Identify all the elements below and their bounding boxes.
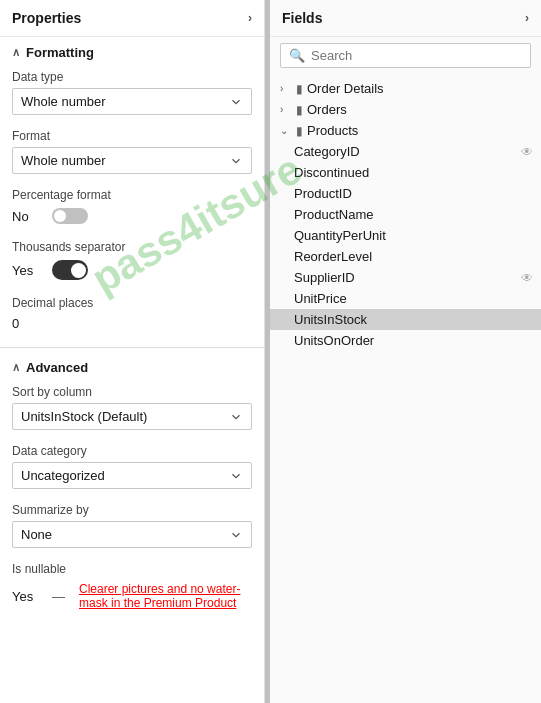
percentage-format-label: Percentage format xyxy=(12,188,252,202)
tree-item-quantityperunit[interactable]: QuantityPerUnit xyxy=(270,225,541,246)
data-category-group: Data category Uncategorized xyxy=(0,440,264,499)
properties-panel: Properties › ∧ Formatting Data type Whol… xyxy=(0,0,265,703)
watermark-link[interactable]: Clearer pictures and no water-mask in th… xyxy=(79,582,252,610)
sort-by-column-group: Sort by column UnitsInStock (Default) xyxy=(0,381,264,440)
properties-title: Properties xyxy=(12,10,81,26)
thousands-separator-label: Thousands separator xyxy=(12,240,252,254)
percentage-toggle[interactable] xyxy=(52,208,88,224)
fields-panel: Fields › 🔍 › ▮ Order Details › ▮ Orders … xyxy=(270,0,541,703)
format-select[interactable]: Whole number xyxy=(12,147,252,174)
percentage-format-group: Percentage format No xyxy=(0,184,264,236)
expand-icon-order-details: › xyxy=(280,83,292,94)
advanced-label: Advanced xyxy=(26,360,88,375)
data-type-select[interactable]: Whole number xyxy=(12,88,252,115)
tree-item-categoryid[interactable]: CategoryID 👁︎ xyxy=(270,141,541,162)
tree-item-products[interactable]: ⌄ ▮ Products xyxy=(270,120,541,141)
tree-item-unitprice[interactable]: UnitPrice xyxy=(270,288,541,309)
properties-header: Properties › xyxy=(0,0,264,37)
tree-item-supplierid[interactable]: SupplierID 👁︎ xyxy=(270,267,541,288)
field-name-order-details: Order Details xyxy=(307,81,533,96)
formatting-label: Formatting xyxy=(26,45,94,60)
format-label: Format xyxy=(12,129,252,143)
hidden-icon-categoryid: 👁︎ xyxy=(521,145,533,159)
data-category-select[interactable]: Uncategorized xyxy=(12,462,252,489)
advanced-collapse-icon: ∧ xyxy=(12,361,20,374)
tree-item-orders[interactable]: › ▮ Orders xyxy=(270,99,541,120)
field-name-productname: ProductName xyxy=(294,207,533,222)
tree-item-unitsonorder[interactable]: UnitsOnOrder xyxy=(270,330,541,351)
field-name-productid: ProductID xyxy=(294,186,533,201)
field-name-quantityperunit: QuantityPerUnit xyxy=(294,228,533,243)
field-name-categoryid: CategoryID xyxy=(294,144,517,159)
sort-by-column-select[interactable]: UnitsInStock (Default) xyxy=(12,403,252,430)
expand-icon-products: ⌄ xyxy=(280,125,292,136)
section-divider xyxy=(0,347,264,348)
decimal-places-label: Decimal places xyxy=(12,296,252,310)
data-category-label: Data category xyxy=(12,444,252,458)
tree-item-productid[interactable]: ProductID xyxy=(270,183,541,204)
is-nullable-label: Is nullable xyxy=(12,562,252,576)
thousands-toggle-row: Yes xyxy=(12,258,252,282)
table-icon-products: ▮ xyxy=(296,124,303,138)
search-box: 🔍 xyxy=(280,43,531,68)
summarize-by-select[interactable]: None xyxy=(12,521,252,548)
data-type-label: Data type xyxy=(12,70,252,84)
field-name-unitsinstock: UnitsInStock xyxy=(294,312,533,327)
nullable-dash: — xyxy=(52,589,65,604)
thousands-toggle-value: Yes xyxy=(12,263,42,278)
search-input[interactable] xyxy=(311,48,522,63)
field-name-discontinued: Discontinued xyxy=(294,165,533,180)
table-icon-order-details: ▮ xyxy=(296,82,303,96)
percentage-toggle-value: No xyxy=(12,209,42,224)
percentage-toggle-row: No xyxy=(12,206,252,226)
formatting-section-header[interactable]: ∧ Formatting xyxy=(0,37,264,66)
tree-item-order-details[interactable]: › ▮ Order Details xyxy=(270,78,541,99)
tree-item-reorderlevel[interactable]: ReorderLevel xyxy=(270,246,541,267)
data-type-group: Data type Whole number xyxy=(0,66,264,125)
field-name-orders: Orders xyxy=(307,102,533,117)
summarize-by-label: Summarize by xyxy=(12,503,252,517)
expand-icon-orders: › xyxy=(280,104,292,115)
tree-item-unitsinstock[interactable]: UnitsInStock xyxy=(270,309,541,330)
fields-chevron-icon[interactable]: › xyxy=(525,11,529,25)
search-icon: 🔍 xyxy=(289,48,305,63)
advanced-section-header[interactable]: ∧ Advanced xyxy=(0,352,264,381)
is-nullable-value: Yes xyxy=(12,589,42,604)
fields-header: Fields › xyxy=(270,0,541,37)
formatting-collapse-icon: ∧ xyxy=(12,46,20,59)
field-name-unitsonorder: UnitsOnOrder xyxy=(294,333,533,348)
sort-by-column-label: Sort by column xyxy=(12,385,252,399)
is-nullable-row: Yes — Clearer pictures and no water-mask… xyxy=(12,580,252,612)
decimal-places-value: 0 xyxy=(12,314,252,333)
properties-chevron-icon[interactable]: › xyxy=(248,11,252,25)
thousands-toggle[interactable] xyxy=(52,260,88,280)
hidden-icon-supplierid: 👁︎ xyxy=(521,271,533,285)
is-nullable-group: Is nullable Yes — Clearer pictures and n… xyxy=(0,558,264,616)
decimal-places-group: Decimal places 0 xyxy=(0,292,264,343)
fields-title: Fields xyxy=(282,10,322,26)
field-name-supplierid: SupplierID xyxy=(294,270,517,285)
tree-item-productname[interactable]: ProductName xyxy=(270,204,541,225)
fields-tree: › ▮ Order Details › ▮ Orders ⌄ ▮ Product… xyxy=(270,74,541,703)
field-name-products: Products xyxy=(307,123,533,138)
field-name-unitprice: UnitPrice xyxy=(294,291,533,306)
format-group: Format Whole number xyxy=(0,125,264,184)
tree-item-discontinued[interactable]: Discontinued xyxy=(270,162,541,183)
thousands-separator-group: Thousands separator Yes xyxy=(0,236,264,292)
field-name-reorderlevel: ReorderLevel xyxy=(294,249,533,264)
summarize-by-group: Summarize by None xyxy=(0,499,264,558)
table-icon-orders: ▮ xyxy=(296,103,303,117)
